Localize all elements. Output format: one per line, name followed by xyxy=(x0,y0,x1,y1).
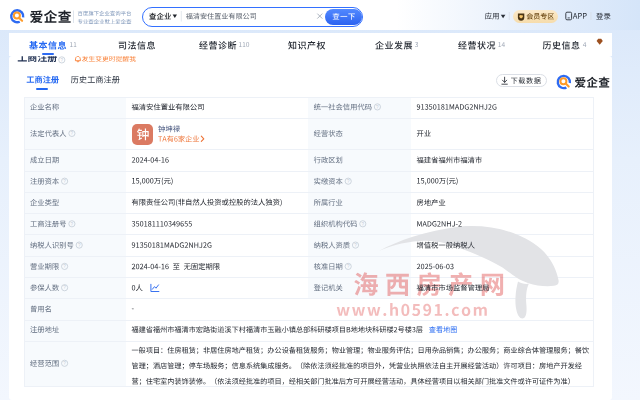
svg-text:?: ? xyxy=(61,58,64,63)
svg-text:?: ? xyxy=(376,105,379,110)
svg-text:?: ? xyxy=(63,285,66,290)
svg-text:?: ? xyxy=(63,264,66,269)
svg-text:?: ? xyxy=(347,264,350,269)
svg-text:?: ? xyxy=(71,131,74,136)
svg-text:?: ? xyxy=(78,243,81,248)
svg-text:?: ? xyxy=(71,222,74,227)
svg-text:?: ? xyxy=(362,222,365,227)
svg-text:?: ? xyxy=(354,243,357,248)
svg-text:?: ? xyxy=(63,179,66,184)
svg-text:?: ? xyxy=(63,361,66,366)
svg-text:?: ? xyxy=(347,179,350,184)
